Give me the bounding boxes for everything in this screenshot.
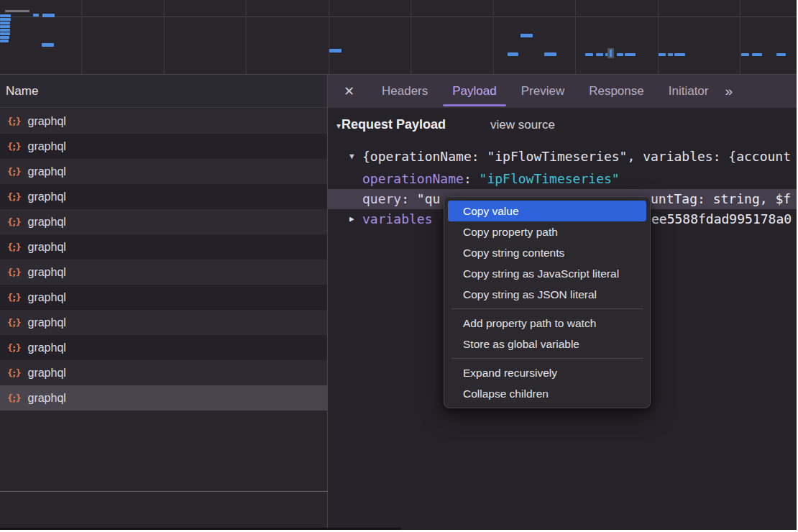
request-name-label: graphql [27,216,65,229]
json-braces-icon: {;} [7,292,21,303]
payload-object-preview: {operationName: "ipFlowTimeseries", vari… [362,147,791,167]
property-separator: : [464,171,480,186]
waterfall-bar [0,14,11,17]
waterfall-bar [33,14,39,17]
menu-item-copy-value[interactable]: Copy value [448,201,646,221]
menu-item-expand-recursively[interactable]: Expand recursively [448,362,646,383]
tab-response[interactable]: Response [577,75,656,108]
network-request-row[interactable]: {;}graphql [0,159,327,184]
request-name-label: graphql [27,341,65,354]
waterfall-bar [520,34,533,37]
waterfall-bar [0,25,10,28]
waterfall-bar [625,53,636,56]
network-overview-waterfall[interactable] [0,0,797,75]
menu-item-copy-string-as-javascript-literal[interactable]: Copy string as JavaScript literal [448,263,646,284]
waterfall-bar [0,29,10,32]
waterfall-bar [0,22,10,24]
menu-separator [451,308,643,309]
waterfall-bar [329,49,341,52]
tab-overflow-chevron-icon[interactable]: » [720,83,736,99]
tab-initiator[interactable]: Initiator [656,75,721,108]
json-braces-icon: {;} [7,191,21,202]
waterfall-bar [674,53,685,56]
property-key: operationName [362,171,464,186]
name-column-header[interactable]: Name [0,75,327,108]
property-value-string: "ipFlowTimeseries" [480,171,620,186]
devtools-network-panel: Name {;}graphql{;}graphql{;}graphql{;}gr… [0,0,797,530]
waterfall-bar [42,14,55,17]
menu-item-add-property-path-to-watch[interactable]: Add property path to watch [448,313,646,334]
waterfall-bar [752,53,762,56]
property-key: query [362,191,401,206]
waterfall-bar [741,53,749,56]
waterfall-bar [544,52,556,56]
overview-gridline-vertical [329,0,329,74]
network-request-row[interactable]: {;}graphql [0,260,327,285]
network-request-row[interactable]: {;}graphql [0,134,327,159]
json-braces-icon: {;} [7,141,21,152]
network-request-row[interactable]: {;}graphql [0,285,327,310]
json-braces-icon: {;} [7,393,21,403]
menu-item-store-as-global-variable[interactable]: Store as global variable [448,334,646,354]
json-braces-icon: {;} [7,242,21,252]
close-icon[interactable]: ✕ [338,83,370,99]
request-payload-section-header[interactable]: ▾ Request Payload view source [336,117,555,132]
request-name-label: graphql [27,165,65,178]
request-name-label: graphql [27,367,65,380]
json-braces-icon: {;} [7,166,21,177]
variables-text-right-fragment: ee5588fdad995178a0 [651,209,792,229]
tab-headers[interactable]: Headers [370,75,440,108]
tab-preview[interactable]: Preview [509,75,577,108]
window-bottom-edge [0,528,401,530]
network-request-row[interactable]: {;}graphql [0,385,327,411]
network-request-row[interactable]: {;}graphql [0,360,327,385]
overview-gridline-vertical [493,0,494,74]
overview-gridline-vertical [246,0,247,74]
waterfall-bar [668,53,673,56]
network-request-row[interactable]: {;}graphql [0,234,327,260]
waterfall-bar [0,32,10,35]
waterfall-bar [42,43,54,47]
json-braces-icon: {;} [7,367,21,378]
request-list: {;}graphql{;}graphql{;}graphql{;}graphql… [0,109,327,411]
request-name-label: graphql [27,266,65,279]
request-name-label: graphql [27,140,65,153]
expand-arrow-closed-icon[interactable]: ▶ [349,209,354,229]
section-disclosure-icon[interactable]: ▾ [336,121,341,131]
json-braces-icon: {;} [7,267,21,278]
overview-gridline-horizontal [0,17,797,17]
json-braces-icon: {;} [7,116,21,127]
network-request-row[interactable]: {;}graphql [0,209,327,234]
json-braces-icon: {;} [7,216,21,227]
expand-arrow-open-icon[interactable]: ▼ [349,147,354,167]
context-menu: Copy valueCopy property pathCopy string … [444,196,651,408]
query-text-right-fragment: untTag: string, $f [651,189,791,209]
name-column-label: Name [6,84,38,98]
view-source-link[interactable]: view source [490,118,555,132]
waterfall-bar [596,53,603,56]
network-request-row[interactable]: {;}graphql [0,109,327,134]
waterfall-bar [617,53,623,56]
payload-property-operationname[interactable]: operationName: "ipFlowTimeseries" [328,169,797,189]
menu-item-copy-string-contents[interactable]: Copy string contents [448,242,646,263]
waterfall-bar [659,53,666,56]
waterfall-bar [0,18,11,21]
waterfall-selected-marker [607,48,614,58]
json-braces-icon: {;} [7,317,21,328]
property-key: variables [362,211,433,226]
menu-separator [451,358,643,359]
request-name-label: graphql [27,316,65,329]
network-request-row[interactable]: {;}graphql [0,184,327,209]
tab-payload[interactable]: Payload [440,75,508,108]
overview-gridline-vertical [575,0,576,74]
overview-gridline-vertical [81,0,82,74]
network-request-row[interactable]: {;}graphql [0,335,327,360]
waterfall-bar [5,10,29,12]
section-title: Request Payload [341,117,446,132]
menu-item-copy-property-path[interactable]: Copy property path [448,221,646,242]
menu-item-copy-string-as-json-literal[interactable]: Copy string as JSON literal [448,284,646,305]
network-request-row[interactable]: {;}graphql [0,310,327,335]
menu-item-collapse-children[interactable]: Collapse children [448,383,646,404]
payload-object-preview-row[interactable]: ▼ {operationName: "ipFlowTimeseries", va… [328,147,797,167]
waterfall-bar [0,40,9,42]
